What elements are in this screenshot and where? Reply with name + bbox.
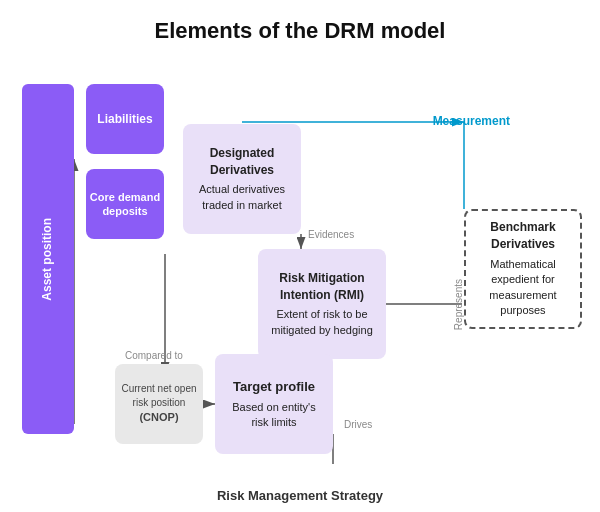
core-deposits-box: Core demand deposits [86, 169, 164, 239]
measurement-label: Measurement [433, 114, 510, 128]
cnop-box: Current net open risk position (CNOP) [115, 364, 203, 444]
drives-label: Drives [344, 419, 372, 430]
target-profile-box: Target profile Based on entity's risk li… [215, 354, 333, 454]
rmi-label: Risk Mitigation Intention (RMI) Extent o… [266, 270, 378, 338]
compared-to-label: Compared to [125, 350, 183, 361]
evidences-label: Evidences [308, 229, 354, 240]
benchmark-derivatives-label: Benchmark Derivatives Mathematical exped… [474, 219, 572, 318]
liabilities-box: Liabilities [86, 84, 164, 154]
target-profile-label: Target profile Based on entity's risk li… [223, 378, 325, 431]
page-title: Elements of the DRM model [0, 0, 600, 54]
footer-text: Risk Management Strategy [0, 484, 600, 503]
represents-label: Represents [453, 279, 464, 330]
rmi-box: Risk Mitigation Intention (RMI) Extent o… [258, 249, 386, 359]
designated-derivatives-label: Designated Derivatives Actual derivative… [191, 145, 293, 213]
asset-position-bar: Asset position [22, 84, 74, 434]
liabilities-label: Liabilities [97, 112, 152, 126]
core-deposits-label: Core demand deposits [86, 190, 164, 219]
diagram-area: Asset position Liabilities Core demand d… [0, 54, 600, 484]
cnop-label: Current net open risk position (CNOP) [121, 382, 197, 425]
asset-bar-label: Asset position [40, 218, 56, 301]
benchmark-derivatives-box: Benchmark Derivatives Mathematical exped… [464, 209, 582, 329]
designated-derivatives-box: Designated Derivatives Actual derivative… [183, 124, 301, 234]
